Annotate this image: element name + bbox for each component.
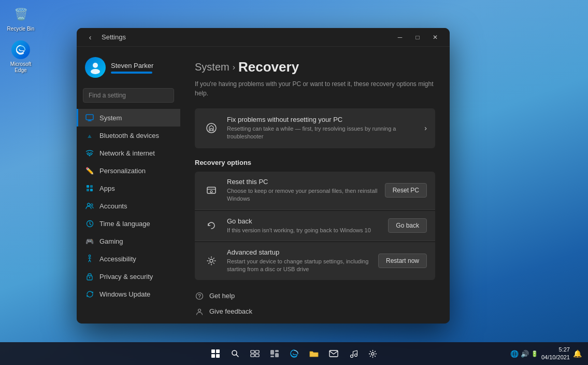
- sidebar-item-accounts[interactable]: Accounts: [77, 197, 180, 215]
- taskbar-settings-button[interactable]: [365, 345, 381, 362]
- svg-point-45: [371, 353, 374, 355]
- fix-problems-title: Fix problems without resetting your PC: [227, 116, 417, 123]
- sidebar-item-update[interactable]: Windows Update: [77, 285, 180, 303]
- page-subtitle: If you're having problems with your PC o…: [195, 79, 435, 98]
- reset-icon: [203, 182, 220, 199]
- taskbar-mail-button[interactable]: [325, 345, 342, 362]
- reset-title: Reset this PC: [227, 178, 378, 186]
- sidebar-item-time-label: Time & language: [99, 220, 150, 228]
- taskbar-search-button[interactable]: [227, 345, 243, 362]
- svg-line-14: [90, 224, 91, 225]
- network-status-icon[interactable]: 🌐: [510, 350, 519, 358]
- update-icon: [85, 289, 94, 299]
- sidebar-item-bluetooth-label: Bluetooth & devices: [99, 132, 159, 139]
- search-input[interactable]: [83, 88, 174, 103]
- svg-point-1: [91, 69, 100, 74]
- sidebar-item-personalization[interactable]: ✏️ Personalization: [77, 162, 180, 179]
- fix-problems-card[interactable]: Fix problems without resetting your PC R…: [195, 108, 435, 148]
- sidebar-item-network[interactable]: Network & internet: [77, 144, 180, 162]
- edge-icon: [11, 40, 30, 59]
- user-name: Steven Parker: [111, 62, 153, 69]
- taskbar-music-button[interactable]: [345, 345, 362, 362]
- taskbar: 🌐 🔊 🔋 5:27 04/10/2021 🔔: [0, 342, 588, 365]
- notification-button[interactable]: 🔔: [573, 349, 582, 358]
- breadcrumb-system[interactable]: System: [195, 61, 230, 73]
- svg-point-18: [207, 123, 216, 133]
- svg-rect-36: [275, 350, 279, 352]
- network-icon: [85, 148, 94, 158]
- svg-rect-31: [251, 350, 254, 353]
- reset-desc: Choose to keep or remove your personal f…: [227, 187, 378, 203]
- sidebar-item-time[interactable]: Time & language: [77, 215, 180, 232]
- svg-point-10: [88, 203, 90, 206]
- desktop-icon-edge[interactable]: Microsoft Edge: [5, 40, 36, 74]
- sidebar-item-gaming[interactable]: 🎮 Gaming: [77, 232, 180, 250]
- goback-text: Go back If this version isn't working, t…: [227, 217, 381, 234]
- battery-icon[interactable]: 🔋: [531, 350, 538, 357]
- reset-pc-button[interactable]: Reset PC: [385, 183, 427, 198]
- apps-icon: [85, 184, 94, 193]
- goback-desc: If this version isn't working, try going…: [227, 227, 381, 234]
- maximize-button[interactable]: □: [409, 30, 426, 45]
- windows-logo-icon: [211, 349, 220, 358]
- svg-rect-35: [270, 350, 274, 355]
- taskbar-center: [207, 345, 381, 362]
- get-help-link[interactable]: Get help: [195, 290, 435, 302]
- svg-point-28: [198, 309, 201, 312]
- svg-rect-38: [275, 353, 279, 357]
- recovery-option-advanced: Advanced startup Restart your device to …: [195, 242, 435, 280]
- taskbar-widgets-button[interactable]: [266, 345, 283, 362]
- svg-rect-34: [255, 354, 259, 357]
- minimize-button[interactable]: ─: [392, 30, 408, 45]
- svg-line-30: [236, 355, 238, 357]
- advanced-text: Advanced startup Restart your device to …: [227, 248, 371, 274]
- go-back-button[interactable]: Go back: [388, 218, 427, 233]
- back-button[interactable]: ‹: [83, 30, 97, 45]
- sidebar-item-gaming-label: Gaming: [99, 237, 123, 245]
- sidebar-item-apps[interactable]: Apps: [77, 179, 180, 197]
- taskbar-right: 🌐 🔊 🔋 5:27 04/10/2021 🔔: [510, 346, 582, 362]
- volume-icon[interactable]: 🔊: [521, 350, 529, 358]
- get-help-label: Get help: [209, 292, 235, 300]
- fix-problems-arrow: ›: [424, 124, 427, 132]
- svg-point-5: [89, 156, 90, 157]
- svg-point-40: [350, 355, 353, 358]
- system-icon: [85, 113, 94, 122]
- gaming-icon: 🎮: [85, 236, 94, 246]
- sidebar-item-system[interactable]: System: [77, 109, 180, 127]
- close-button[interactable]: ✕: [427, 30, 443, 45]
- restart-now-button[interactable]: Restart now: [378, 254, 427, 268]
- time-icon: [85, 219, 94, 228]
- svg-point-11: [91, 204, 93, 206]
- taskbar-edge-button[interactable]: [286, 345, 303, 362]
- svg-line-44: [353, 350, 357, 352]
- accounts-icon: [85, 201, 94, 210]
- edge-label: Microsoft Edge: [5, 61, 36, 74]
- sidebar-item-update-label: Windows Update: [99, 290, 150, 298]
- taskbar-clock[interactable]: 5:27 04/10/2021: [541, 346, 570, 362]
- sidebar-item-accessibility-label: Accessibility: [99, 255, 136, 263]
- window-controls: ─ □ ✕: [392, 30, 443, 45]
- give-feedback-link[interactable]: Give feedback: [195, 306, 435, 317]
- help-links: Get help Give feedback: [195, 290, 435, 317]
- taskbar-taskview-button[interactable]: [247, 345, 263, 362]
- user-bar: [111, 72, 152, 74]
- sidebar-item-privacy[interactable]: Privacy & security: [77, 268, 180, 285]
- recovery-options-title: Recovery options: [195, 159, 435, 166]
- accessibility-icon: [85, 254, 94, 263]
- svg-point-17: [89, 277, 90, 278]
- sidebar-item-system-label: System: [99, 114, 122, 122]
- taskbar-explorer-button[interactable]: [306, 345, 322, 362]
- desktop-icon-recycle-bin[interactable]: 🗑️ Recycle Bin: [5, 5, 36, 32]
- fix-problems-icon: [203, 120, 220, 136]
- svg-point-24: [210, 191, 212, 193]
- sidebar-item-accessibility[interactable]: Accessibility: [77, 250, 180, 268]
- feedback-icon: [195, 307, 204, 316]
- sidebar-item-apps-label: Apps: [99, 185, 115, 192]
- sidebar-item-bluetooth[interactable]: ⟁ Bluetooth & devices: [77, 127, 180, 144]
- bluetooth-icon: ⟁: [85, 131, 94, 140]
- taskbar-sys-icons: 🌐 🔊 🔋: [510, 350, 538, 358]
- start-button[interactable]: [207, 345, 224, 362]
- user-profile[interactable]: Steven Parker: [77, 53, 180, 86]
- reset-text: Reset this PC Choose to keep or remove y…: [227, 178, 378, 203]
